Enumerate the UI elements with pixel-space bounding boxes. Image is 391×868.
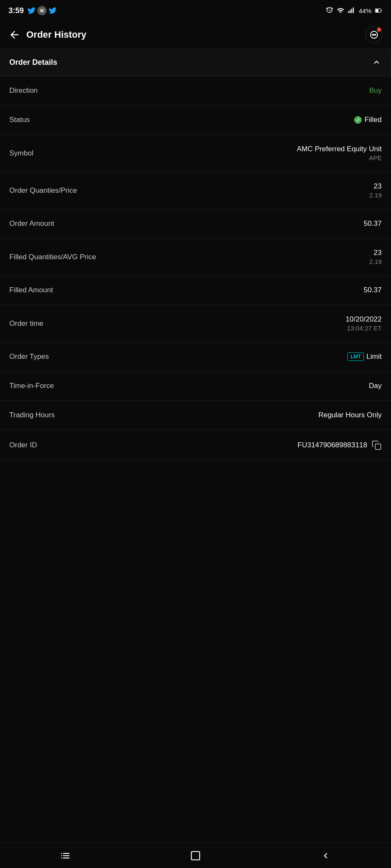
top-nav: Order History [0,21,391,49]
svg-rect-10 [375,444,381,449]
svg-point-9 [375,34,376,35]
nav-right [366,26,383,43]
svg-rect-11 [191,851,200,860]
order-time-row: Order time 10/20/2022 13:04:27 ET [0,305,391,342]
status-app-icons: W [27,6,57,15]
trading-hours-row: Trading Hours Regular Hours Only [0,401,391,430]
direction-row: Direction Buy [0,76,391,105]
home-square-icon [190,850,201,861]
order-qty-main: 23 [374,182,382,191]
status-text: Filled [364,116,382,124]
order-id-text: FU314790689883118 [298,441,367,449]
chat-button[interactable] [366,26,383,43]
order-qty-price-row: Order Quanties/Price 23 2.19 [0,172,391,209]
trading-hours-value: Regular Hours Only [318,411,382,419]
menu-nav-button[interactable] [0,843,130,868]
time-in-force-row: Time-in-Force Day [0,372,391,401]
order-details-header[interactable]: Order Details [0,49,391,76]
order-time-sub: 13:04:27 ET [347,324,382,332]
order-amount-row: Order Amount 50.37 [0,209,391,238]
status-label: Status [9,116,30,124]
symbol-value: AMC Preferred Equity Unit APE [297,145,382,161]
order-qty-label: Order Quanties/Price [9,186,77,195]
back-nav-button[interactable] [261,843,391,868]
time-in-force-label: Time-in-Force [9,382,54,390]
alarm-icon [326,7,333,14]
svg-rect-3 [353,8,354,14]
order-id-row: Order ID FU314790689883118 [0,430,391,461]
order-types-row: Order Types LMT Limit [0,342,391,372]
status-value: Filled [354,116,382,124]
symbol-label: Symbol [9,149,34,158]
back-button[interactable] [8,29,20,41]
filled-qty-label: Filled Quantities/AVG Price [9,253,96,261]
chat-notification-badge [377,28,381,32]
status-time: 3:59 W [8,6,57,15]
order-types-value: LMT Limit [347,352,382,361]
order-id-value: FU314790689883118 [298,440,382,450]
status-row: Status Filled [0,105,391,135]
order-price-sub: 2.19 [369,191,382,199]
order-amount-value: 50.37 [363,219,382,228]
svg-rect-5 [376,9,379,12]
time-display: 3:59 [8,6,24,15]
symbol-row: Symbol AMC Preferred Equity Unit APE [0,135,391,172]
order-date-main: 10/20/2022 [346,315,382,324]
order-type-text: Limit [366,352,382,361]
page-title: Order History [26,29,87,40]
twitter-icon-2 [48,6,57,15]
filled-amount-value: 50.37 [363,286,382,294]
filled-qty-row: Filled Quantities/AVG Price 23 2.19 [0,238,391,276]
status-bar: 3:59 W 4 [0,0,391,21]
trading-hours-label: Trading Hours [9,411,55,419]
symbol-main: AMC Preferred Equity Unit [297,145,382,153]
back-chevron-icon [320,850,331,861]
svg-rect-0 [348,11,349,14]
order-details-title: Order Details [9,58,57,67]
filled-avg-price-sub: 2.19 [369,258,382,265]
battery-icon [375,7,383,14]
filled-status-dot [354,116,362,124]
chat-icon [369,30,379,39]
twitter-icon-1 [27,6,36,15]
bottom-nav [0,843,391,868]
order-time-label: Order time [9,319,43,328]
chevron-up-icon [371,57,382,67]
filled-amount-label: Filled Amount [9,286,53,294]
back-arrow-icon [8,29,20,41]
nav-left: Order History [8,29,87,41]
direction-value: Buy [369,86,382,95]
home-nav-button[interactable] [130,843,260,868]
order-qty-value: 23 2.19 [369,182,382,199]
time-in-force-value: Day [369,382,382,390]
wear-badge: W [37,6,47,15]
status-right-icons: 44% [326,7,383,14]
filled-qty-main: 23 [374,249,382,257]
order-time-value: 10/20/2022 13:04:27 ET [346,315,382,332]
svg-rect-1 [349,10,350,14]
copy-icon[interactable] [371,440,382,450]
battery-level: 44% [359,7,371,14]
order-id-label: Order ID [9,441,37,449]
hamburger-icon [60,850,71,861]
direction-label: Direction [9,86,38,95]
svg-rect-2 [351,9,352,14]
filled-amount-row: Filled Amount 50.37 [0,276,391,305]
wifi-icon [337,7,344,14]
lmt-badge: LMT [347,352,364,361]
signal-icon [348,7,355,14]
order-types-label: Order Types [9,352,49,361]
filled-qty-value: 23 2.19 [369,249,382,265]
svg-point-7 [372,34,373,35]
symbol-ticker: APE [369,154,382,161]
svg-point-8 [374,34,374,35]
order-amount-label: Order Amount [9,219,54,228]
